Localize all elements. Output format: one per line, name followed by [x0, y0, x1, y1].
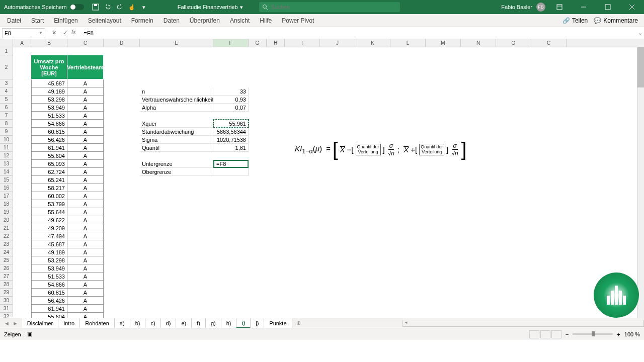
qat-dropdown-icon[interactable]: ▾	[140, 4, 147, 11]
maximize-icon[interactable]	[598, 0, 618, 14]
touch-mode-icon[interactable]: ☝	[128, 4, 135, 11]
table-cell-c3[interactable]: A	[67, 79, 104, 87]
row-header-21[interactable]: 21	[0, 224, 13, 232]
col-header-H[interactable]: H	[267, 39, 285, 47]
col-header-L[interactable]: L	[390, 39, 426, 47]
ribbon-tab-formeln[interactable]: Formeln	[126, 14, 158, 27]
ribbon-tab-ansicht[interactable]: Ansicht	[225, 14, 255, 27]
table-cell-c27[interactable]: A	[67, 273, 104, 281]
select-all-corner[interactable]	[0, 39, 13, 47]
table-cell-b6[interactable]: 53.949	[31, 104, 67, 112]
row-header-31[interactable]: 31	[0, 305, 13, 313]
user-avatar[interactable]: FB	[536, 3, 545, 12]
save-icon[interactable]	[92, 4, 99, 11]
row-header-15[interactable]: 15	[0, 176, 13, 184]
stat-value-9[interactable]: 5863,56344	[213, 128, 249, 136]
row-header-16[interactable]: 16	[0, 184, 13, 192]
stat-value-10[interactable]: 1020,71538	[213, 136, 249, 144]
zoom-slider[interactable]	[573, 333, 613, 335]
stat-label-5[interactable]: Vertrauenswahrscheinlichkeit	[140, 96, 213, 104]
col-header-N[interactable]: N	[461, 39, 496, 47]
sheet-nav[interactable]: ◄►	[0, 320, 22, 326]
sheet-tab-i[interactable]: i)	[236, 318, 251, 328]
col-header-I[interactable]: I	[285, 39, 320, 47]
ribbon-tab-seitenlayout[interactable]: Seitenlayout	[83, 14, 126, 27]
spreadsheet-grid[interactable]: ABCDEFGHIJKLMNOC 12345678910111213141516…	[0, 39, 644, 340]
table-cell-c17[interactable]: A	[67, 192, 104, 200]
row-header-3[interactable]: 3	[0, 79, 13, 87]
stat-value-8[interactable]: 55.961	[213, 120, 249, 128]
row-header-30[interactable]: 30	[0, 297, 13, 305]
share-button[interactable]: 🔗 Teilen	[562, 17, 588, 24]
row-header-8[interactable]: 8	[0, 120, 13, 128]
table-cell-b23[interactable]: 45.687	[31, 240, 67, 248]
table-cell-c6[interactable]: A	[67, 104, 104, 112]
row-header-29[interactable]: 29	[0, 289, 13, 297]
table-cell-c20[interactable]: A	[67, 216, 104, 224]
row-header-20[interactable]: 20	[0, 216, 13, 224]
fx-icon[interactable]: fx	[71, 29, 78, 38]
zoom-out-icon[interactable]: −	[566, 331, 569, 337]
table-cell-c8[interactable]: A	[67, 120, 104, 128]
col-header-K[interactable]: K	[355, 39, 390, 47]
ribbon-tab-start[interactable]: Start	[26, 14, 49, 27]
sheet-tab-e[interactable]: e)	[176, 318, 192, 328]
name-box[interactable]: F8 ▼	[2, 28, 45, 38]
row-header-27[interactable]: 27	[0, 273, 13, 281]
col-header-C[interactable]: C	[531, 39, 567, 47]
row-header-13[interactable]: 13	[0, 160, 13, 168]
macro-record-icon[interactable]: ▣	[27, 331, 32, 337]
table-cell-c29[interactable]: A	[67, 289, 104, 297]
row-header-6[interactable]: 6	[0, 104, 13, 112]
minimize-icon[interactable]	[574, 0, 594, 14]
sheet-tab-Punkte[interactable]: Punkte	[264, 318, 292, 328]
table-cell-c5[interactable]: A	[67, 96, 104, 104]
ribbon-tab-überprüfen[interactable]: Überprüfen	[185, 14, 225, 27]
row-header-19[interactable]: 19	[0, 208, 13, 216]
document-title[interactable]: Fallstudie Finanzvertrieb ▾	[172, 4, 249, 11]
cells-area[interactable]: KI1−α(μ) = [ X −[ Quantil derVerteilung …	[13, 47, 644, 317]
row-header-17[interactable]: 17	[0, 192, 13, 200]
table-cell-c19[interactable]: A	[67, 208, 104, 216]
close-icon[interactable]	[622, 0, 642, 14]
stat-value-6[interactable]: 0,07	[213, 104, 249, 112]
stat-label-9[interactable]: Standardabweichung	[140, 128, 213, 136]
table-cell-c14[interactable]: A	[67, 168, 104, 176]
table-cell-b31[interactable]: 61.941	[31, 305, 67, 313]
table-cell-b28[interactable]: 54.866	[31, 281, 67, 289]
sheet-tab-f[interactable]: f)	[192, 318, 206, 328]
stat-value-11[interactable]: 1,81	[213, 144, 249, 152]
sheet-tab-a[interactable]: a)	[115, 318, 130, 328]
table-cell-b14[interactable]: 62.724	[31, 168, 67, 176]
ribbon-tab-hilfe[interactable]: Hilfe	[255, 14, 277, 27]
table-cell-c21[interactable]: A	[67, 224, 104, 232]
table-cell-b21[interactable]: 49.209	[31, 224, 67, 232]
sheet-tab-j[interactable]: j)	[251, 318, 264, 328]
row-header-26[interactable]: 26	[0, 264, 13, 273]
sheet-tab-Disclaimer[interactable]: Disclaimer	[22, 318, 58, 328]
table-cell-c15[interactable]: A	[67, 176, 104, 184]
table-header-team[interactable]: Vertriebsteam	[67, 55, 104, 79]
table-cell-b8[interactable]: 54.866	[31, 120, 67, 128]
table-cell-b15[interactable]: 65.241	[31, 176, 67, 184]
row-header-28[interactable]: 28	[0, 281, 13, 289]
table-cell-c16[interactable]: A	[67, 184, 104, 192]
table-cell-b10[interactable]: 56.426	[31, 136, 67, 144]
table-header-umsatz[interactable]: Umsatz pro Woche [EUR]	[31, 55, 67, 79]
table-cell-c23[interactable]: A	[67, 240, 104, 248]
row-header-12[interactable]: 12	[0, 152, 13, 160]
search-box[interactable]	[259, 2, 400, 12]
table-cell-c10[interactable]: A	[67, 136, 104, 144]
horizontal-scrollbar[interactable]	[403, 320, 644, 327]
col-header-M[interactable]: M	[426, 39, 461, 47]
stat-label-4[interactable]: n	[140, 87, 213, 96]
table-cell-c12[interactable]: A	[67, 152, 104, 160]
table-cell-b11[interactable]: 61.941	[31, 144, 67, 152]
row-header-14[interactable]: 14	[0, 168, 13, 176]
add-sheet-icon[interactable]: ⊕	[292, 320, 305, 326]
col-header-G[interactable]: G	[249, 39, 267, 47]
stat-label-6[interactable]: Alpha	[140, 104, 213, 112]
row-header-2[interactable]: 2	[0, 55, 13, 79]
search-input[interactable]	[271, 4, 397, 10]
table-cell-b20[interactable]: 49.622	[31, 216, 67, 224]
